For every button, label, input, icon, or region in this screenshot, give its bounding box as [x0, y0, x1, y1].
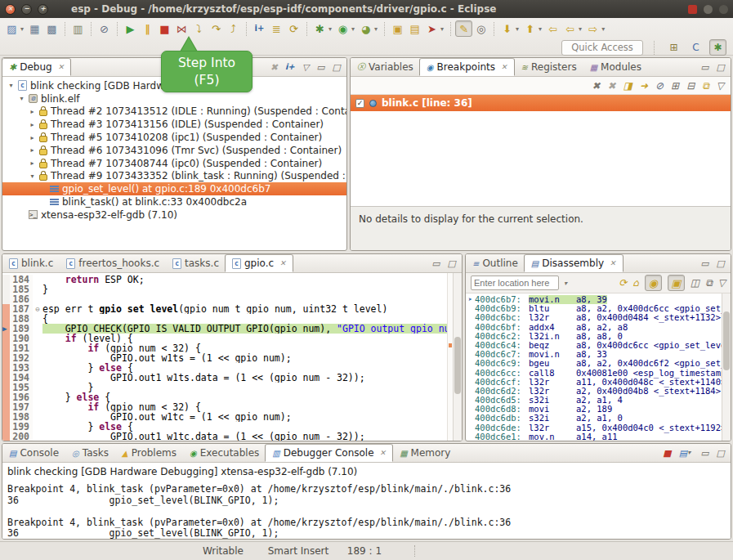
- sync-with-active-context-icon[interactable]: ▣: [668, 275, 685, 291]
- console-tab-memory[interactable]: ▦Memory: [393, 444, 457, 462]
- console-tab-console[interactable]: ▤Console: [2, 444, 65, 462]
- show-source-icon[interactable]: ◉: [645, 275, 662, 291]
- previous-annotation-button[interactable]: ⬆: [521, 20, 539, 37]
- collapsed-arrow-icon[interactable]: ▸: [29, 134, 36, 141]
- new-wizard-dropdown-icon[interactable]: ▾: [20, 25, 24, 33]
- debug-tree-item[interactable]: gpio_set_level() at gpio.c:189 0x400dc6b…: [2, 182, 346, 195]
- close-window-icon[interactable]: ×: [5, 4, 16, 15]
- run-button[interactable]: ◉: [334, 20, 351, 37]
- go-to-file-icon[interactable]: ➜: [640, 80, 648, 92]
- minimize-icon[interactable]: ▭: [431, 259, 440, 268]
- code-line[interactable]: 192 GPIO.out_w1ts = (1 << gpio_num);: [2, 353, 462, 363]
- collapsed-arrow-icon[interactable]: ▸: [29, 121, 36, 128]
- debug-tree-item[interactable]: ▸Thread #2 1073413512 (IDLE : Running) (…: [2, 105, 346, 119]
- close-icon[interactable]: ✕: [501, 63, 507, 71]
- debug-tree-item[interactable]: ▸Thread #6 1073431096 (Tmr Svc) (Suspend…: [2, 144, 346, 157]
- view-menu-icon[interactable]: ▽: [302, 63, 309, 72]
- location-input[interactable]: [471, 276, 559, 290]
- remove-all-breakpoints-icon[interactable]: ✖: [608, 80, 616, 92]
- open-resource-button[interactable]: ▤: [406, 20, 423, 37]
- code-line[interactable]: 197 if (gpio_num < 32) {: [2, 402, 462, 412]
- terminate-button[interactable]: ■: [156, 20, 173, 37]
- smart-insert-status[interactable]: Smart Insert: [261, 545, 336, 557]
- new-binary-button[interactable]: ▥: [69, 20, 87, 37]
- view-tab-outline[interactable]: ≡Outline: [466, 254, 525, 272]
- disassembly-line[interactable]: 400dc6e1:mov.na14, a11: [466, 432, 731, 441]
- console-output[interactable]: Breakpoint 4, blink_task (pvParameter=0x…: [2, 479, 731, 539]
- show-debug-contexts-button[interactable]: ≣: [268, 20, 285, 37]
- external-tools-button[interactable]: ➤: [423, 20, 440, 37]
- display-selected-console-dropdown-icon[interactable]: ▾: [687, 450, 691, 456]
- step-into-button[interactable]: ⤵: [190, 20, 208, 37]
- code-line[interactable]: 184 return ESP_OK;: [2, 275, 462, 284]
- scrollbar-thumb[interactable]: [454, 337, 461, 394]
- collapsed-arrow-icon[interactable]: ▸: [29, 108, 36, 115]
- expanded-arrow-icon[interactable]: ▾: [7, 82, 15, 89]
- show-whitespace-button[interactable]: ◎: [472, 20, 489, 37]
- maximize-icon[interactable]: □: [717, 259, 725, 268]
- tab-debug[interactable]: ✱ Debug ✕: [2, 58, 71, 76]
- console-tab-executables[interactable]: ◉Executables: [183, 444, 266, 462]
- forward-button[interactable]: ⇨: [584, 20, 601, 37]
- scrollbar-thumb[interactable]: [723, 311, 730, 370]
- change-marker[interactable]: [449, 343, 452, 347]
- close-icon[interactable]: ✕: [58, 63, 65, 71]
- terminate-console-icon[interactable]: ■: [663, 449, 671, 458]
- show-breakpoints-for-selection-icon[interactable]: ◨: [623, 80, 632, 92]
- editor-body[interactable]: 184 return ESP_OK;185}186187⊖esp_err_t g…: [2, 273, 462, 441]
- line-number[interactable]: 200: [10, 432, 33, 441]
- remove-breakpoint-icon[interactable]: ✖: [592, 80, 600, 92]
- view-tab-breakpoints[interactable]: ◉Breakpoints✕: [419, 58, 515, 76]
- open-perspective-button[interactable]: ⊞: [665, 39, 682, 56]
- code-line[interactable]: 194 GPIO.out1_w1ts.data = (1 << (gpio_nu…: [2, 373, 462, 383]
- close-icon[interactable]: ✕: [610, 259, 616, 267]
- code-line[interactable]: 195 }: [2, 383, 462, 392]
- back-button[interactable]: ⇦: [561, 20, 579, 37]
- restart-button[interactable]: ⟳: [285, 20, 302, 37]
- save-all-button[interactable]: ▩: [43, 20, 60, 37]
- home-icon[interactable]: ⌂: [632, 277, 639, 289]
- link-with-debug-view-icon[interactable]: ⧉: [702, 80, 709, 92]
- minimize-icon[interactable]: ▭: [700, 259, 708, 268]
- view-tab-disassembly[interactable]: ▤Disassembly✕: [524, 254, 623, 272]
- remove-all-terminated-icon[interactable]: ✖: [270, 63, 278, 72]
- fold-marker[interactable]: ⊖: [33, 304, 42, 314]
- debug-dropdown-icon[interactable]: ▾: [329, 25, 332, 33]
- expanded-arrow-icon[interactable]: ▾: [18, 95, 25, 102]
- new-view-icon[interactable]: ◫: [691, 277, 699, 289]
- close-icon[interactable]: ✕: [279, 259, 286, 267]
- code-line[interactable]: 188{: [2, 314, 462, 324]
- editor-tab-freertos-hooks-c[interactable]: cfreertos_hooks.c: [60, 254, 166, 272]
- last-edit-location-button[interactable]: ⇦: [544, 20, 561, 37]
- instruction-stepping-button[interactable]: i+: [251, 20, 268, 37]
- expand-all-icon[interactable]: ⊞: [671, 80, 679, 92]
- editor-code-area[interactable]: 184 return ESP_OK;185}186187⊖esp_err_t g…: [2, 273, 462, 441]
- new-wizard-button[interactable]: ▨: [3, 20, 20, 37]
- console-body[interactable]: blink checking [GDB Hardware Debugging] …: [2, 463, 731, 539]
- editor-tab-gpio-c[interactable]: cgpio.c✕: [225, 254, 293, 272]
- code-line[interactable]: 190 if (level) {: [2, 334, 462, 343]
- view-tab-registers[interactable]: ≋Registers: [515, 58, 583, 76]
- code-line[interactable]: ▶189 GPIO_CHECK(GPIO_IS_VALID_OUTPUT_GPI…: [2, 324, 462, 334]
- location-dropdown-icon[interactable]: ▾: [564, 280, 567, 287]
- debug-tree-item[interactable]: blink_task() at blink.c:33 0x400dbc2a: [2, 195, 346, 208]
- mark-occurrences-button[interactable]: ✎: [455, 20, 472, 37]
- back-dropdown-icon[interactable]: ▾: [579, 25, 582, 33]
- debug-tree-item[interactable]: ▸Thread #7 1073408744 (ipc0) (Suspended …: [2, 157, 346, 170]
- code-line[interactable]: 187⊖esp_err_t gpio_set_level(gpio_num_t …: [2, 304, 462, 314]
- display-selected-console-icon[interactable]: ▤▾: [679, 449, 693, 458]
- code-line[interactable]: 199 } else {: [2, 422, 462, 432]
- view-menu-icon[interactable]: ▽: [718, 277, 726, 289]
- console-tab-debugger-console[interactable]: ▥Debugger Console✕: [265, 444, 393, 462]
- instruction-stepping-mode-icon[interactable]: i+: [285, 63, 295, 71]
- code-line[interactable]: 185}: [2, 284, 462, 294]
- console-tab-problems[interactable]: ▲Problems: [115, 444, 183, 462]
- code-line[interactable]: 193 } else {: [2, 363, 462, 373]
- run-dropdown-icon[interactable]: ▾: [351, 25, 355, 33]
- maximize-icon[interactable]: □: [717, 449, 725, 458]
- editor-tab-blink-c[interactable]: cblink.c: [2, 254, 60, 272]
- skip-all-breakpoints-icon[interactable]: ⊘: [655, 80, 664, 92]
- collapsed-arrow-icon[interactable]: ▸: [29, 146, 36, 154]
- maximize-window-icon[interactable]: +: [38, 4, 48, 15]
- debug-button[interactable]: ✱: [311, 20, 329, 37]
